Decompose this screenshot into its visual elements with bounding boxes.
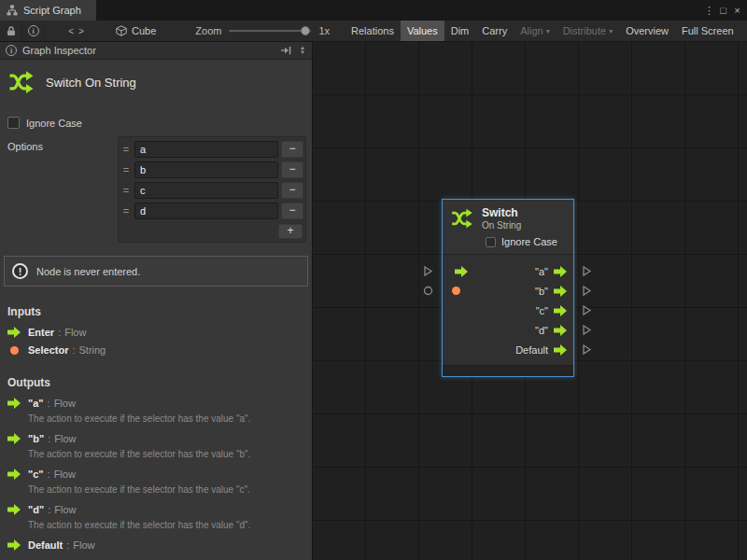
- zoom-value: 1x: [318, 25, 330, 36]
- option-input[interactable]: [134, 203, 278, 219]
- option-row: = −: [120, 180, 303, 201]
- dim-button[interactable]: Dim: [444, 21, 476, 41]
- maximize-icon[interactable]: □: [716, 5, 730, 16]
- window-menu-icon[interactable]: ⋮: [702, 5, 716, 17]
- inputs-header: Inputs: [0, 298, 312, 324]
- drag-handle-icon[interactable]: =: [120, 185, 132, 196]
- remove-option-button[interactable]: −: [281, 161, 303, 178]
- output-port-d[interactable]: [582, 320, 592, 340]
- script-graph-icon: [7, 5, 18, 16]
- info-icon: i: [6, 45, 17, 56]
- switch-on-string-icon: [7, 68, 35, 96]
- flow-port-icon: [7, 327, 21, 338]
- graph-toolbar: i < > Cube Zoom 1x Relations Values Dim …: [0, 21, 747, 42]
- remove-option-button[interactable]: −: [281, 141, 303, 158]
- values-button[interactable]: Values: [401, 21, 444, 41]
- option-row: = −: [120, 139, 303, 160]
- scroll-down-icon[interactable]: ▼: [300, 50, 305, 55]
- output-description: The action to execute if the selector ha…: [0, 448, 312, 466]
- ignore-case-checkbox[interactable]: [7, 117, 20, 129]
- title-bar: Script Graph ⋮ □ ×: [0, 0, 747, 21]
- input-row-enter: Enter : Flow: [0, 324, 312, 342]
- outputs-header: Outputs: [0, 369, 312, 395]
- port-row: "d": [443, 320, 573, 340]
- output-row: "c" : Flow: [0, 466, 312, 483]
- drag-handle-icon[interactable]: =: [120, 144, 132, 155]
- graph-context-label: Cube: [132, 25, 156, 36]
- dock-panel-icon[interactable]: [280, 46, 291, 55]
- close-icon[interactable]: ×: [730, 5, 744, 16]
- node-title: Switch On String: [46, 76, 136, 90]
- zoom-slider[interactable]: [229, 24, 311, 37]
- port-row: Default: [443, 340, 573, 359]
- warning-text: Node is never entered.: [36, 266, 140, 277]
- tab-label: Script Graph: [23, 5, 81, 16]
- window-controls: ⋮ □ ×: [702, 0, 747, 21]
- value-port-icon: [10, 346, 19, 355]
- zoom-slider-track: [229, 30, 311, 32]
- remove-option-button[interactable]: −: [281, 203, 303, 219]
- options-list: = − = − = − =: [118, 136, 306, 243]
- flow-port-icon: [7, 433, 21, 444]
- relations-button[interactable]: Relations: [345, 21, 401, 41]
- drag-handle-icon[interactable]: =: [120, 205, 132, 217]
- flow-input-icon: [455, 266, 468, 277]
- output-port-b[interactable]: [582, 281, 592, 301]
- toolbar-buttons: Relations Values Dim Carry Align ▾ Distr…: [345, 21, 740, 41]
- port-row: "a": [443, 261, 573, 281]
- output-port-a[interactable]: [582, 261, 592, 281]
- add-option-button[interactable]: +: [278, 224, 303, 239]
- input-row-selector: Selector : String: [0, 342, 312, 359]
- align-dropdown[interactable]: Align ▾: [514, 21, 556, 41]
- selector-port[interactable]: [423, 281, 433, 301]
- graph-canvas[interactable]: Switch On String Ignore Case "a": [313, 42, 747, 560]
- output-row: Default : Flow: [0, 537, 312, 554]
- node-subtitle: On String: [482, 220, 521, 231]
- port-row: "c": [443, 301, 573, 320]
- option-input[interactable]: [134, 182, 278, 199]
- inspector-toggle-button[interactable]: i: [22, 21, 45, 41]
- output-port-default[interactable]: [582, 340, 592, 359]
- option-input[interactable]: [134, 161, 278, 178]
- zoom-label: Zoom: [195, 25, 221, 36]
- add-option-row: +: [120, 221, 303, 241]
- options-label: Options: [7, 136, 118, 152]
- flow-output-icon: [554, 344, 567, 356]
- output-description: The action to execute if the selector ha…: [0, 483, 312, 501]
- remove-option-button[interactable]: −: [281, 182, 303, 199]
- inspector-header: i Graph Inspector ▲ ▼: [0, 42, 312, 60]
- carry-button[interactable]: Carry: [475, 21, 514, 41]
- inspector-title: Graph Inspector: [22, 45, 96, 56]
- flow-output-icon: [554, 305, 567, 316]
- flow-port-icon: [7, 398, 21, 409]
- ignore-case-row: Ignore Case: [7, 117, 304, 129]
- enter-port[interactable]: [423, 261, 433, 281]
- output-port-c[interactable]: [582, 301, 592, 320]
- output-description: The action to execute if the selector ha…: [0, 519, 312, 537]
- node-ignore-case-checkbox[interactable]: [486, 237, 496, 247]
- output-row: "a" : Flow: [0, 395, 312, 413]
- script-graph-window: Script Graph ⋮ □ × i < > Cube Zoom 1: [0, 0, 747, 560]
- distribute-dropdown[interactable]: Distribute ▾: [557, 21, 619, 41]
- node-ports: "a" "b" "c": [443, 255, 573, 365]
- fullscreen-button[interactable]: Full Screen: [675, 21, 740, 41]
- switch-on-string-node[interactable]: Switch On String Ignore Case "a": [442, 199, 574, 377]
- warning-box: ! Node is never entered.: [4, 256, 308, 287]
- node-header: Switch On String: [443, 200, 573, 234]
- zoom-slider-handle[interactable]: [301, 26, 310, 35]
- edit-script-button[interactable]: < >: [56, 21, 97, 41]
- node-ignore-case-label: Ignore Case: [501, 236, 557, 247]
- code-icon: < >: [68, 26, 84, 36]
- lock-button[interactable]: [0, 21, 22, 41]
- output-row: "d" : Flow: [0, 501, 312, 519]
- selector-input-icon: [452, 287, 460, 295]
- overview-button[interactable]: Overview: [619, 21, 675, 41]
- panel-scroll-arrows[interactable]: ▲ ▼: [297, 46, 308, 55]
- options-block: Options = − = − = −: [7, 136, 301, 243]
- graph-context[interactable]: Cube: [116, 25, 156, 36]
- option-input[interactable]: [134, 141, 278, 158]
- drag-handle-icon[interactable]: =: [120, 164, 132, 175]
- node-footer: [443, 365, 573, 376]
- tab-script-graph[interactable]: Script Graph: [0, 0, 96, 21]
- switch-on-string-icon: [450, 206, 474, 231]
